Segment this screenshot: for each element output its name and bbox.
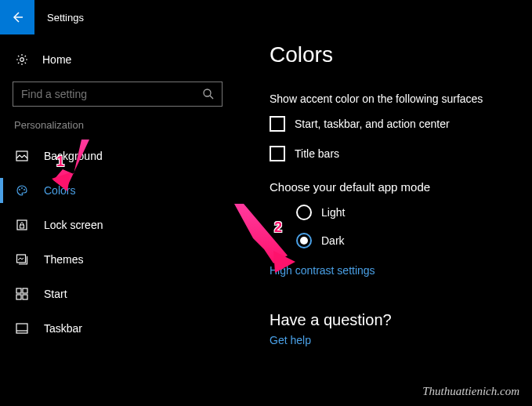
lock-screen-icon bbox=[16, 219, 28, 231]
high-contrast-link[interactable]: High contrast settings bbox=[270, 264, 513, 277]
start-icon bbox=[16, 288, 28, 300]
themes-icon bbox=[16, 253, 28, 266]
svg-rect-8 bbox=[20, 225, 24, 228]
radio-label: Dark bbox=[321, 234, 345, 247]
checkbox-label: Title bars bbox=[295, 147, 339, 160]
checkbox-box bbox=[270, 116, 285, 132]
checkbox-box bbox=[270, 146, 285, 161]
sidebar-item-colors[interactable]: Colors bbox=[0, 173, 235, 208]
search-icon bbox=[202, 88, 215, 100]
radio-label: Light bbox=[321, 206, 345, 219]
sidebar-item-label: Taskbar bbox=[44, 322, 82, 335]
page-title: Settings bbox=[47, 12, 84, 24]
back-button[interactable] bbox=[0, 0, 34, 34]
checkbox-start-taskbar[interactable]: Start, taskbar, and action center bbox=[270, 116, 513, 132]
sidebar-home-label: Home bbox=[42, 53, 71, 66]
svg-rect-11 bbox=[23, 288, 27, 293]
sidebar-item-label: Colors bbox=[44, 184, 75, 197]
svg-rect-12 bbox=[16, 295, 21, 299]
sidebar-item-label: Themes bbox=[44, 253, 84, 266]
svg-rect-3 bbox=[16, 151, 27, 161]
sidebar-home[interactable]: Home bbox=[0, 44, 235, 75]
svg-point-6 bbox=[24, 189, 25, 190]
window-header: Settings bbox=[0, 0, 532, 34]
picture-icon bbox=[16, 150, 28, 162]
taskbar-icon bbox=[16, 322, 28, 335]
radio-circle bbox=[296, 205, 312, 220]
svg-point-0 bbox=[20, 58, 24, 62]
question-heading: Have a question? bbox=[270, 311, 513, 329]
sidebar-item-label: Background bbox=[44, 150, 103, 162]
search-input[interactable] bbox=[13, 82, 223, 107]
gear-icon bbox=[16, 53, 28, 66]
radio-light[interactable]: Light bbox=[296, 205, 513, 220]
content-heading: Colors bbox=[270, 42, 513, 67]
accent-section-label: Show accent color on the following surfa… bbox=[270, 92, 513, 105]
sidebar-item-label: Lock screen bbox=[44, 219, 103, 231]
sidebar-item-label: Start bbox=[44, 288, 67, 300]
svg-rect-13 bbox=[23, 295, 27, 299]
svg-rect-14 bbox=[16, 324, 27, 333]
sidebar-item-start[interactable]: Start bbox=[0, 277, 235, 311]
sidebar: Home Personalization Background Colors L… bbox=[0, 34, 235, 406]
arrow-left-icon bbox=[10, 10, 24, 24]
svg-line-2 bbox=[210, 96, 213, 99]
radio-circle bbox=[296, 233, 312, 248]
search-wrap bbox=[13, 82, 223, 107]
sidebar-item-lock-screen[interactable]: Lock screen bbox=[0, 208, 235, 242]
svg-point-5 bbox=[21, 187, 23, 189]
svg-rect-10 bbox=[16, 288, 21, 293]
content-pane: Colors Show accent color on the followin… bbox=[235, 34, 532, 406]
checkbox-title-bars[interactable]: Title bars bbox=[270, 146, 513, 161]
sidebar-item-taskbar[interactable]: Taskbar bbox=[0, 311, 235, 346]
sidebar-item-background[interactable]: Background bbox=[0, 139, 235, 173]
palette-icon bbox=[16, 184, 28, 197]
get-help-link[interactable]: Get help bbox=[270, 334, 513, 346]
radio-dark[interactable]: Dark bbox=[296, 233, 513, 248]
checkbox-label: Start, taskbar, and action center bbox=[295, 118, 450, 130]
app-mode-label: Choose your default app mode bbox=[270, 180, 513, 194]
sidebar-item-themes[interactable]: Themes bbox=[0, 242, 235, 277]
svg-point-1 bbox=[204, 89, 211, 96]
radio-dot bbox=[300, 237, 308, 245]
sidebar-category-label: Personalization bbox=[0, 118, 235, 139]
svg-point-4 bbox=[19, 189, 20, 190]
